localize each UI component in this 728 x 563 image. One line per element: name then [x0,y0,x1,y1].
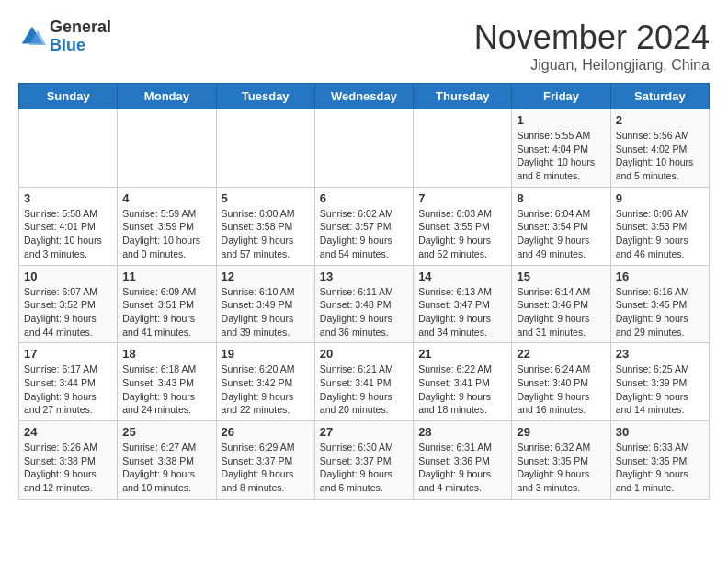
day-cell: 5Sunrise: 6:00 AM Sunset: 3:58 PM Daylig… [216,187,314,265]
day-number: 17 [24,347,112,361]
day-number: 7 [418,191,506,205]
calendar-header: SundayMondayTuesdayWednesdayThursdayFrid… [19,84,710,109]
day-cell: 7Sunrise: 6:03 AM Sunset: 3:55 PM Daylig… [414,187,512,265]
day-cell: 1Sunrise: 5:55 AM Sunset: 4:04 PM Daylig… [512,109,610,188]
day-cell: 14Sunrise: 6:13 AM Sunset: 3:47 PM Dayli… [414,265,512,343]
day-info: Sunrise: 6:16 AM Sunset: 3:45 PM Dayligh… [616,285,704,339]
title-area: November 2024 Jiguan, Heilongjiang, Chin… [474,18,710,74]
day-cell: 6Sunrise: 6:02 AM Sunset: 3:57 PM Daylig… [314,187,413,265]
day-info: Sunrise: 6:17 AM Sunset: 3:44 PM Dayligh… [24,362,112,417]
day-number: 13 [320,270,408,283]
calendar-table: SundayMondayTuesdayWednesdayThursdayFrid… [18,83,710,500]
day-cell: 22Sunrise: 6:24 AM Sunset: 3:40 PM Dayli… [512,343,610,421]
logo-general-text: General [50,18,111,37]
day-cell: 4Sunrise: 5:59 AM Sunset: 3:59 PM Daylig… [118,187,216,265]
day-cell [414,109,512,188]
week-row-3: 17Sunrise: 6:17 AM Sunset: 3:44 PM Dayli… [19,343,710,421]
day-number: 9 [616,191,704,205]
day-cell: 29Sunrise: 6:32 AM Sunset: 3:35 PM Dayli… [512,421,610,500]
day-cell: 30Sunrise: 6:33 AM Sunset: 3:35 PM Dayli… [610,421,709,500]
day-header-thursday: Thursday [414,84,512,109]
day-number: 24 [24,425,112,439]
day-info: Sunrise: 6:02 AM Sunset: 3:57 PM Dayligh… [320,207,408,261]
day-cell: 27Sunrise: 6:30 AM Sunset: 3:37 PM Dayli… [314,421,413,500]
day-header-friday: Friday [512,84,610,109]
day-cell: 25Sunrise: 6:27 AM Sunset: 3:38 PM Dayli… [118,421,216,500]
day-number: 10 [24,270,112,283]
day-number: 29 [517,425,605,439]
day-info: Sunrise: 5:55 AM Sunset: 4:04 PM Dayligh… [517,129,605,183]
day-info: Sunrise: 6:14 AM Sunset: 3:46 PM Dayligh… [517,285,605,339]
day-header-row: SundayMondayTuesdayWednesdayThursdayFrid… [19,84,710,109]
day-header-tuesday: Tuesday [216,84,314,109]
day-number: 15 [517,270,605,283]
day-info: Sunrise: 6:31 AM Sunset: 3:36 PM Dayligh… [418,441,506,495]
day-info: Sunrise: 6:11 AM Sunset: 3:48 PM Dayligh… [320,285,408,339]
day-number: 14 [418,270,506,283]
day-info: Sunrise: 5:59 AM Sunset: 3:59 PM Dayligh… [122,207,210,261]
day-cell [216,109,314,188]
day-number: 25 [122,425,210,439]
day-info: Sunrise: 6:30 AM Sunset: 3:37 PM Dayligh… [320,441,408,495]
day-number: 6 [320,191,408,205]
day-header-sunday: Sunday [19,84,118,109]
day-number: 22 [517,347,605,361]
location-title: Jiguan, Heilongjiang, China [474,57,710,74]
day-cell: 28Sunrise: 6:31 AM Sunset: 3:36 PM Dayli… [414,421,512,500]
day-cell: 9Sunrise: 6:06 AM Sunset: 3:53 PM Daylig… [610,187,709,265]
day-cell: 24Sunrise: 6:26 AM Sunset: 3:38 PM Dayli… [19,421,118,500]
day-cell: 15Sunrise: 6:14 AM Sunset: 3:46 PM Dayli… [512,265,610,343]
day-number: 20 [320,347,408,361]
logo: General Blue [18,18,111,55]
day-header-wednesday: Wednesday [314,84,413,109]
day-header-saturday: Saturday [610,84,709,109]
day-info: Sunrise: 6:27 AM Sunset: 3:38 PM Dayligh… [122,441,210,495]
day-info: Sunrise: 6:24 AM Sunset: 3:40 PM Dayligh… [517,362,605,417]
day-number: 16 [616,270,704,283]
week-row-0: 1Sunrise: 5:55 AM Sunset: 4:04 PM Daylig… [19,109,710,188]
day-cell: 11Sunrise: 6:09 AM Sunset: 3:51 PM Dayli… [118,265,216,343]
week-row-1: 3Sunrise: 5:58 AM Sunset: 4:01 PM Daylig… [19,187,710,265]
day-info: Sunrise: 6:00 AM Sunset: 3:58 PM Dayligh… [222,207,310,261]
day-number: 11 [122,270,210,283]
day-info: Sunrise: 6:18 AM Sunset: 3:43 PM Dayligh… [122,362,210,417]
day-cell: 2Sunrise: 5:56 AM Sunset: 4:02 PM Daylig… [610,109,709,188]
day-number: 21 [418,347,506,361]
day-number: 30 [616,425,704,439]
day-number: 28 [418,425,506,439]
day-number: 5 [222,191,310,205]
day-number: 2 [616,113,704,127]
day-info: Sunrise: 6:26 AM Sunset: 3:38 PM Dayligh… [24,441,112,495]
day-info: Sunrise: 6:22 AM Sunset: 3:41 PM Dayligh… [418,362,506,417]
day-info: Sunrise: 6:21 AM Sunset: 3:41 PM Dayligh… [320,362,408,417]
month-title: November 2024 [474,18,710,57]
day-cell: 8Sunrise: 6:04 AM Sunset: 3:54 PM Daylig… [512,187,610,265]
day-number: 8 [517,191,605,205]
day-cell [19,109,118,188]
logo-text: General Blue [50,18,111,55]
day-cell [314,109,413,188]
week-row-2: 10Sunrise: 6:07 AM Sunset: 3:52 PM Dayli… [19,265,710,343]
day-number: 3 [24,191,112,205]
day-info: Sunrise: 5:58 AM Sunset: 4:01 PM Dayligh… [24,207,112,261]
day-number: 26 [222,425,310,439]
day-info: Sunrise: 6:10 AM Sunset: 3:49 PM Dayligh… [222,285,310,339]
logo-icon [18,23,46,51]
day-number: 1 [517,113,605,127]
day-number: 27 [320,425,408,439]
day-cell: 20Sunrise: 6:21 AM Sunset: 3:41 PM Dayli… [314,343,413,421]
day-cell: 17Sunrise: 6:17 AM Sunset: 3:44 PM Dayli… [19,343,118,421]
day-number: 19 [222,347,310,361]
day-info: Sunrise: 6:09 AM Sunset: 3:51 PM Dayligh… [122,285,210,339]
day-info: Sunrise: 6:25 AM Sunset: 3:39 PM Dayligh… [616,362,704,417]
day-info: Sunrise: 6:29 AM Sunset: 3:37 PM Dayligh… [222,441,310,495]
week-row-4: 24Sunrise: 6:26 AM Sunset: 3:38 PM Dayli… [19,421,710,500]
day-number: 23 [616,347,704,361]
day-cell: 19Sunrise: 6:20 AM Sunset: 3:42 PM Dayli… [216,343,314,421]
day-info: Sunrise: 6:32 AM Sunset: 3:35 PM Dayligh… [517,441,605,495]
day-cell: 16Sunrise: 6:16 AM Sunset: 3:45 PM Dayli… [610,265,709,343]
day-number: 18 [122,347,210,361]
day-info: Sunrise: 6:06 AM Sunset: 3:53 PM Dayligh… [616,207,704,261]
day-cell: 26Sunrise: 6:29 AM Sunset: 3:37 PM Dayli… [216,421,314,500]
logo-blue-text: Blue [50,37,111,55]
